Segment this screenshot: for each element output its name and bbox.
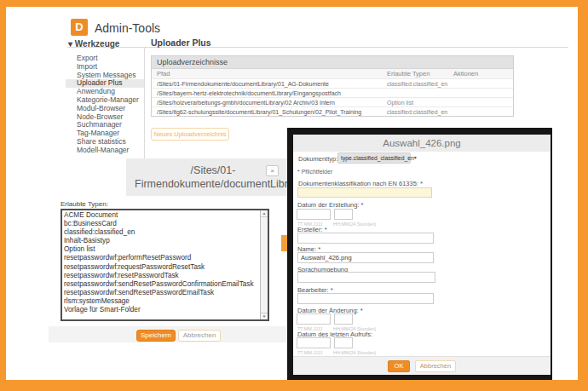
modified-time-input[interactable]: [334, 313, 353, 325]
document-type-label: Dokumenttyp:: [298, 155, 337, 163]
type-option[interactable]: resetpasswordwf:resetPasswordTask: [64, 272, 258, 280]
metadata-dialog: Auswahl_426.png Dokumenttyp: type.classi…: [293, 135, 551, 375]
close-icon[interactable]: ×: [266, 165, 279, 176]
column-header-erlaubte-typen: Erlaubte Typen: [382, 69, 448, 78]
scroll-down-icon[interactable]: ▼: [261, 313, 268, 319]
allowed-types-label: Erlaubte Typen:: [61, 200, 108, 208]
name-input[interactable]: [297, 252, 434, 263]
type-option[interactable]: classified:classified_en: [64, 228, 258, 237]
cancel-button[interactable]: Abbrechen: [415, 360, 456, 372]
type-option[interactable]: ACME Document: [64, 211, 258, 220]
table-header-row: Pfad Erlaubte Typen Aktionen: [152, 68, 513, 78]
cell-pfad: /Sites/holzverarbeitungs-gmbh/documentLi…: [152, 98, 382, 106]
classification-input[interactable]: [297, 187, 432, 198]
date-format-hint: TT.MM.JJJJ: [297, 350, 322, 355]
column-header-aktionen: Aktionen: [448, 69, 513, 78]
document-type-value: type.classified_classified_en: [341, 153, 414, 163]
modified-date-input[interactable]: [297, 313, 331, 325]
app-logo: D: [71, 19, 88, 36]
table-row[interactable]: /Sites/ltg62-schulungssite/documentLibra…: [152, 106, 513, 116]
cell-aktionen: [448, 98, 513, 106]
cell-erlaubte-typen: classified:classified_en: [382, 79, 448, 88]
cell-erlaubte-typen: [382, 89, 448, 97]
cancel-button[interactable]: Abbrechen: [178, 330, 221, 342]
type-option[interactable]: rlsm:systemMessage: [64, 297, 258, 306]
type-option[interactable]: Option list: [64, 245, 258, 254]
cell-pfad: /Sites/01-Firmendokumente/documentLibrar…: [152, 79, 382, 88]
cell-erlaubte-typen: Option list: [382, 98, 448, 106]
sidebar-item-modell-manager[interactable]: Modell-Manager: [66, 147, 144, 155]
locale-input[interactable]: [297, 272, 435, 283]
table-row[interactable]: /Sites/holzverarbeitungs-gmbh/documentLi…: [152, 97, 513, 106]
admin-tools-page: D Admin-Tools ▾ Werkzeuge Export Import …: [6, 7, 578, 380]
creation-date-label: Datum der Erstellung: *: [297, 201, 364, 209]
cell-pfad: /Sites/bayern-hertz-elektrotechnik/docum…: [152, 89, 382, 97]
scroll-up-icon[interactable]: ▲: [261, 210, 268, 217]
left-modal-title: /Sites/01-Firmendokumente/documentLibrar…: [126, 158, 300, 196]
chevron-down-icon: ▾: [414, 153, 417, 163]
app-frame: D Admin-Tools ▾ Werkzeuge Export Import …: [0, 0, 588, 391]
header-divider: [67, 47, 568, 48]
last-access-date-input[interactable]: [297, 337, 331, 348]
new-upload-directory-button[interactable]: Neues Uploadverzeichnis: [151, 128, 229, 141]
editor-input[interactable]: [297, 293, 434, 304]
sidebar: Export Import System Messages Uploader P…: [66, 55, 144, 155]
type-option[interactable]: bc:BusinessCard: [64, 220, 258, 228]
page-title: Admin-Tools: [95, 21, 160, 35]
type-option[interactable]: resetpasswordwf:performResetPassword: [64, 254, 258, 262]
upload-directories-table: Uploadverzeichnisse Pfad Erlaubte Typen …: [151, 55, 514, 117]
column-header-pfad: Pfad: [152, 69, 382, 78]
sidebar-section-werkzeuge[interactable]: ▾ Werkzeuge: [68, 39, 119, 49]
allowed-types-listbox[interactable]: ACME Document bc:BusinessCard classified…: [61, 209, 269, 321]
type-option[interactable]: resetpasswordwf:requestPasswordResetTask: [64, 263, 258, 272]
sidebar-divider: [144, 47, 145, 158]
creation-time-input[interactable]: [334, 209, 353, 220]
type-option[interactable]: Vorlage für Smart-Folder: [64, 306, 258, 314]
dialog-footer: OK Abbrechen: [293, 356, 551, 375]
cell-aktionen: [448, 107, 513, 116]
sidebar-section-label: Werkzeuge: [75, 39, 120, 49]
metadata-dialog-backdrop: Auswahl_426.png Dokumenttyp: type.classi…: [287, 128, 552, 380]
save-button[interactable]: Speichern: [136, 330, 176, 342]
cell-aktionen: [448, 89, 513, 97]
type-option[interactable]: Inhalt-Basistyp: [64, 237, 258, 245]
type-option[interactable]: resetpasswordwf:sendResetPasswordConfirm…: [64, 280, 258, 289]
collapse-arrow-icon: ▾: [68, 39, 72, 49]
time-format-hint: HH:MM(24 Stunden): [333, 221, 376, 227]
table-row[interactable]: /Sites/01-Firmendokumente/documentLibrar…: [152, 78, 513, 88]
table-row[interactable]: /Sites/bayern-hertz-elektrotechnik/docum…: [152, 88, 513, 97]
section-heading: Uploader Plus: [151, 37, 211, 48]
classification-label: Dokumentenklassifikation nach EN 61335: …: [298, 180, 423, 187]
time-format-hint: HH:MM(24 Stunden): [333, 350, 376, 355]
document-type-select[interactable]: type.classified_classified_en ▾: [337, 152, 411, 164]
creation-date-input[interactable]: [297, 209, 331, 220]
cell-aktionen: [448, 79, 513, 88]
creator-input[interactable]: [297, 233, 434, 244]
last-access-time-input[interactable]: [334, 337, 353, 348]
cell-pfad: /Sites/ltg62-schulungssite/documentLibra…: [152, 107, 382, 116]
required-fields-note: * Pflichtfelder: [297, 169, 332, 175]
dialog-title: Auswahl_426.png: [293, 135, 551, 152]
table-caption: Uploadverzeichnisse: [152, 56, 513, 68]
ok-button[interactable]: OK: [388, 360, 410, 372]
type-option[interactable]: resetpasswordwf:sendResetPasswordEmailTa…: [64, 289, 258, 297]
listbox-scrollbar[interactable]: ▲ ▼: [260, 210, 268, 319]
cell-erlaubte-typen: classified:classified_en: [382, 107, 448, 116]
